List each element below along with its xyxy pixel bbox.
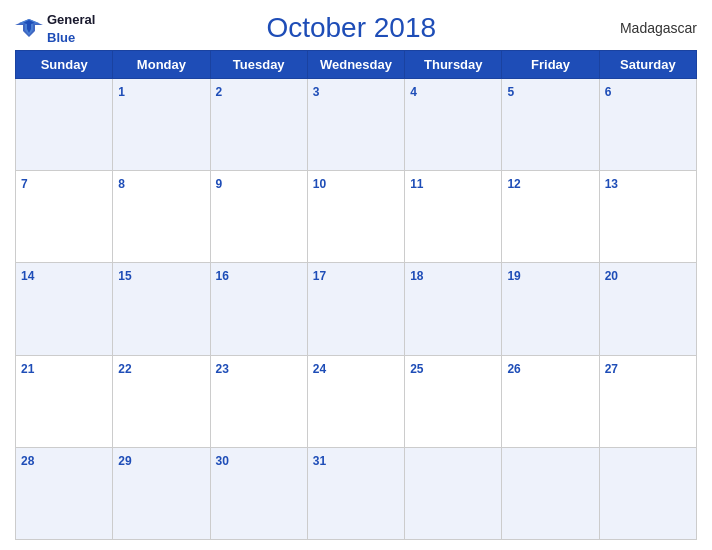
- calendar-day-cell: [16, 79, 113, 171]
- calendar-day-cell: 17: [307, 263, 404, 355]
- logo-bird-icon: [15, 17, 43, 39]
- day-number: 23: [216, 362, 229, 376]
- header-thursday: Thursday: [405, 51, 502, 79]
- calendar-day-cell: 2: [210, 79, 307, 171]
- day-number: 9: [216, 177, 223, 191]
- day-number: 5: [507, 85, 514, 99]
- calendar-day-cell: 16: [210, 263, 307, 355]
- calendar-day-cell: 8: [113, 171, 210, 263]
- day-number: 3: [313, 85, 320, 99]
- header-monday: Monday: [113, 51, 210, 79]
- calendar-day-cell: [599, 447, 696, 539]
- header-wednesday: Wednesday: [307, 51, 404, 79]
- day-number: 20: [605, 269, 618, 283]
- calendar-day-cell: 23: [210, 355, 307, 447]
- day-number: 24: [313, 362, 326, 376]
- logo-blue: Blue: [47, 30, 75, 45]
- day-number: 22: [118, 362, 131, 376]
- header-tuesday: Tuesday: [210, 51, 307, 79]
- day-number: 18: [410, 269, 423, 283]
- day-number: 8: [118, 177, 125, 191]
- calendar-day-cell: 1: [113, 79, 210, 171]
- calendar-day-cell: 30: [210, 447, 307, 539]
- day-number: 21: [21, 362, 34, 376]
- calendar-day-cell: 10: [307, 171, 404, 263]
- calendar-day-cell: 11: [405, 171, 502, 263]
- calendar-day-cell: 29: [113, 447, 210, 539]
- calendar-day-cell: 19: [502, 263, 599, 355]
- calendar-week-row: 28293031: [16, 447, 697, 539]
- day-number: 12: [507, 177, 520, 191]
- day-number: 7: [21, 177, 28, 191]
- calendar-day-cell: 9: [210, 171, 307, 263]
- day-number: 13: [605, 177, 618, 191]
- calendar-day-cell: 21: [16, 355, 113, 447]
- calendar-day-cell: [405, 447, 502, 539]
- day-number: 2: [216, 85, 223, 99]
- logo-text: General Blue: [47, 10, 95, 46]
- calendar-day-cell: 4: [405, 79, 502, 171]
- day-number: 30: [216, 454, 229, 468]
- day-number: 29: [118, 454, 131, 468]
- day-number: 6: [605, 85, 612, 99]
- header-saturday: Saturday: [599, 51, 696, 79]
- day-number: 1: [118, 85, 125, 99]
- country-name: Madagascar: [607, 20, 697, 36]
- logo: General Blue: [15, 10, 95, 46]
- day-number: 14: [21, 269, 34, 283]
- weekday-header-row: Sunday Monday Tuesday Wednesday Thursday…: [16, 51, 697, 79]
- calendar-week-row: 21222324252627: [16, 355, 697, 447]
- calendar-title: October 2018: [95, 12, 607, 44]
- header-friday: Friday: [502, 51, 599, 79]
- calendar-day-cell: 25: [405, 355, 502, 447]
- day-number: 25: [410, 362, 423, 376]
- day-number: 31: [313, 454, 326, 468]
- day-number: 27: [605, 362, 618, 376]
- calendar-day-cell: 7: [16, 171, 113, 263]
- calendar-day-cell: 3: [307, 79, 404, 171]
- calendar-day-cell: 15: [113, 263, 210, 355]
- day-number: 26: [507, 362, 520, 376]
- day-number: 17: [313, 269, 326, 283]
- calendar-table: Sunday Monday Tuesday Wednesday Thursday…: [15, 50, 697, 540]
- day-number: 16: [216, 269, 229, 283]
- calendar-day-cell: 14: [16, 263, 113, 355]
- calendar-week-row: 14151617181920: [16, 263, 697, 355]
- day-number: 15: [118, 269, 131, 283]
- day-number: 4: [410, 85, 417, 99]
- calendar-day-cell: 13: [599, 171, 696, 263]
- calendar-week-row: 78910111213: [16, 171, 697, 263]
- day-number: 10: [313, 177, 326, 191]
- day-number: 11: [410, 177, 423, 191]
- calendar-day-cell: 28: [16, 447, 113, 539]
- calendar-day-cell: 5: [502, 79, 599, 171]
- calendar-day-cell: 18: [405, 263, 502, 355]
- day-number: 28: [21, 454, 34, 468]
- calendar-day-cell: 22: [113, 355, 210, 447]
- calendar-day-cell: [502, 447, 599, 539]
- calendar-day-cell: 26: [502, 355, 599, 447]
- calendar-day-cell: 20: [599, 263, 696, 355]
- day-number: 19: [507, 269, 520, 283]
- calendar-header: General Blue October 2018 Madagascar: [15, 10, 697, 46]
- calendar-day-cell: 27: [599, 355, 696, 447]
- calendar-day-cell: 6: [599, 79, 696, 171]
- logo-general: General: [47, 12, 95, 27]
- calendar-week-row: 123456: [16, 79, 697, 171]
- calendar-day-cell: 31: [307, 447, 404, 539]
- calendar-day-cell: 12: [502, 171, 599, 263]
- calendar-day-cell: 24: [307, 355, 404, 447]
- header-sunday: Sunday: [16, 51, 113, 79]
